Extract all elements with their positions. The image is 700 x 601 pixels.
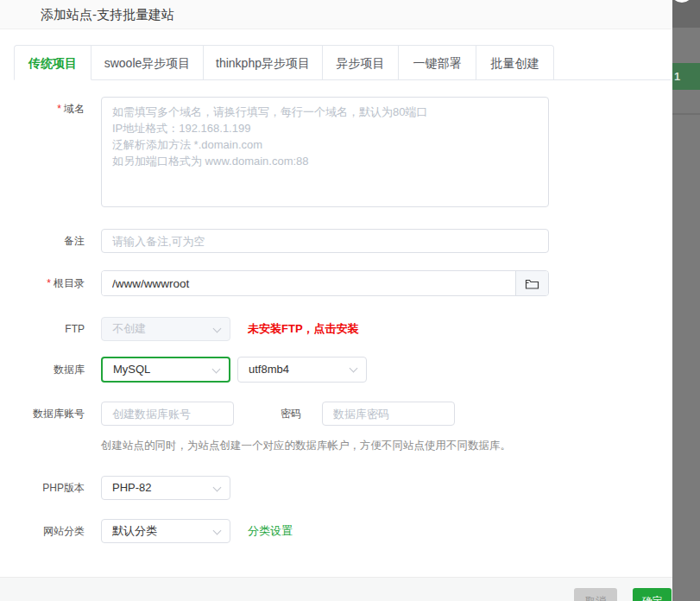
domain-input[interactable]	[101, 97, 549, 207]
project-type-tabs: 传统项目 swoole异步项目 thinkphp异步项目 异步项目 一键部署 批…	[14, 45, 671, 80]
chevron-down-icon	[213, 527, 222, 535]
database-account-row: 数据库账号 密码	[14, 402, 672, 426]
chevron-down-icon	[213, 484, 222, 492]
dimmed-background: 1	[672, 0, 700, 601]
required-mark: *	[47, 277, 51, 289]
remark-input[interactable]	[101, 229, 549, 253]
category-settings-link[interactable]: 分类设置	[248, 523, 293, 539]
remark-label: 备注	[14, 234, 85, 248]
remark-row: 备注	[14, 229, 672, 253]
confirm-button[interactable]: 确定	[633, 588, 672, 601]
database-account-input[interactable]	[101, 402, 234, 426]
database-label: 数据库	[14, 363, 85, 376]
root-dir-row: *根目录	[14, 270, 672, 296]
tab-one-click-deploy[interactable]: 一键部署	[399, 45, 476, 80]
chevron-down-icon	[350, 364, 358, 373]
required-mark: *	[57, 103, 61, 115]
database-account-label: 数据库账号	[14, 407, 85, 421]
site-category-row: 网站分类 默认分类 分类设置	[14, 519, 672, 543]
database-password-label: 密码	[281, 407, 301, 421]
add-site-modal: 添加站点-支持批量建站 传统项目 swoole异步项目 thinkphp异步项目…	[0, 0, 672, 601]
dimmed-header-band	[672, 0, 700, 28]
cancel-button[interactable]: 取消	[574, 588, 617, 601]
ftp-select: 不创建	[101, 317, 230, 341]
tab-thinkphp-async-project[interactable]: thinkphp异步项目	[204, 45, 323, 80]
ftp-row: FTP 不创建 未安装FTP，点击安装	[14, 317, 672, 341]
tab-async-project[interactable]: 异步项目	[323, 45, 399, 80]
background-count-badge: 1	[672, 63, 700, 90]
modal-header: 添加站点-支持批量建站	[0, 0, 672, 29]
site-category-label: 网站分类	[14, 524, 85, 538]
chevron-down-icon	[212, 365, 221, 374]
database-row: 数据库 MySQL utf8mb4	[14, 357, 672, 383]
modal-title: 添加站点-支持批量建站	[0, 0, 672, 28]
database-hint-text: 创建站点的同时，为站点创建一个对应的数据库帐户，方便不同站点使用不同数据库。	[101, 439, 672, 453]
install-ftp-link[interactable]: 未安装FTP，点击安装	[248, 321, 359, 337]
php-version-row: PHP版本 PHP-82	[14, 476, 672, 500]
tab-traditional-project[interactable]: 传统项目	[14, 45, 91, 80]
add-site-dialog-page: 1 添加站点-支持批量建站 传统项目 swoole异步项目 thinkphp异步…	[0, 0, 700, 601]
ftp-label: FTP	[14, 322, 85, 336]
database-type-select[interactable]: MySQL	[101, 357, 230, 383]
site-category-select[interactable]: 默认分类	[101, 519, 230, 543]
tab-swoole-async-project[interactable]: swoole异步项目	[91, 45, 204, 80]
browse-directory-button[interactable]	[515, 271, 548, 295]
tab-batch-create[interactable]: 批量创建	[476, 45, 554, 80]
chevron-down-icon	[213, 325, 222, 333]
php-version-select[interactable]: PHP-82	[101, 476, 230, 500]
database-password-input[interactable]	[322, 402, 455, 426]
modal-footer: 取消 确定	[0, 577, 672, 601]
root-dir-label: *根目录	[14, 276, 85, 290]
domain-label: *域名	[14, 97, 85, 116]
root-dir-group	[101, 270, 549, 296]
root-dir-input[interactable]	[102, 271, 515, 295]
php-version-label: PHP版本	[14, 481, 85, 495]
domain-row: *域名	[14, 97, 672, 207]
background-divider	[672, 113, 700, 115]
folder-icon	[525, 277, 539, 290]
database-charset-select[interactable]: utf8mb4	[237, 357, 367, 383]
